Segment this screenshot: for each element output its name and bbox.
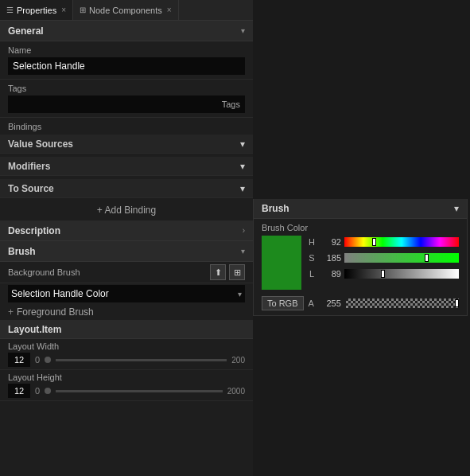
brush-section-header[interactable]: Brush ▾ <box>0 241 253 262</box>
color-picker-dropdown[interactable]: ▾ <box>238 290 242 298</box>
color-swatch <box>262 236 301 290</box>
tags-label: Tags <box>8 84 245 93</box>
tags-button[interactable]: Tags <box>217 99 245 109</box>
sat-gradient <box>344 253 459 263</box>
layout-label: Layout.Item <box>8 324 61 335</box>
tab-properties-close[interactable]: × <box>61 6 66 14</box>
layout-height-input[interactable] <box>8 384 30 398</box>
description-chevron: › <box>243 226 245 235</box>
sliders-container: H 92 S 185 L 89 <box>308 236 459 290</box>
add-binding-button[interactable]: + Add Binding <box>0 200 253 220</box>
value-sources-chevron: ▾ <box>240 139 245 150</box>
tab-node-components[interactable]: ⊞ Node Components × <box>73 0 179 20</box>
bg-brush-label: Background Brush <box>8 267 80 277</box>
brush-panel-title: Brush <box>262 203 289 214</box>
to-source-subsection[interactable]: To Source ▾ <box>0 179 253 198</box>
layout-width-input-row: 0 200 <box>8 353 245 367</box>
value-sources-subsection[interactable]: Value Sources ▾ <box>0 135 253 154</box>
sat-slider-track[interactable] <box>344 253 459 263</box>
layout-width-zero: 0 <box>35 355 40 365</box>
sat-value: 185 <box>319 253 341 263</box>
tags-input-row: Tags <box>8 96 245 113</box>
tags-input[interactable] <box>8 99 217 110</box>
color-name-label: Selection Handle Color <box>11 288 238 299</box>
layout-height-field: Layout Height 0 2000 <box>0 370 253 401</box>
hue-slider-row: H 92 <box>308 236 459 248</box>
layout-height-input-row: 0 2000 <box>8 384 245 398</box>
sat-letter: S <box>308 253 316 263</box>
tab-properties-label: Properties <box>17 6 56 15</box>
layout-width-slider[interactable] <box>56 359 227 361</box>
name-label: Name <box>8 45 245 55</box>
brush-chevron: ▾ <box>241 247 245 256</box>
alpha-letter: A <box>309 298 314 308</box>
layout-height-max: 2000 <box>227 387 245 396</box>
fg-brush-label: Foreground Brush <box>17 306 94 318</box>
layout-height-dot <box>45 388 51 394</box>
sat-slider-row: S 185 <box>308 252 459 264</box>
brush-panel-header[interactable]: Brush ▾ <box>254 199 467 219</box>
layout-width-dot <box>45 357 51 363</box>
hue-gradient <box>344 237 459 247</box>
value-sources-label: Value Sources <box>8 139 73 150</box>
brush-icons: ⬆ ⊞ <box>210 264 245 280</box>
layout-height-zero: 0 <box>35 386 40 396</box>
alpha-thumb[interactable] <box>455 299 459 307</box>
modifiers-chevron: ▾ <box>240 161 245 172</box>
light-letter: L <box>308 269 316 279</box>
hue-slider-track[interactable] <box>344 237 459 247</box>
to-source-chevron: ▾ <box>240 183 245 194</box>
name-input[interactable] <box>8 57 245 75</box>
alpha-slider-track[interactable] <box>346 298 459 308</box>
fg-plus-icon: + <box>8 306 14 318</box>
bindings-label: Bindings <box>0 118 253 133</box>
tab-node-components-label: Node Components <box>89 6 162 15</box>
layout-width-field: Layout Width 0 200 <box>0 339 253 370</box>
brush-label: Brush <box>8 246 36 257</box>
general-section-header[interactable]: General ▾ <box>0 21 253 41</box>
node-components-icon: ⊞ <box>80 6 86 14</box>
background-brush-row: Background Brush ⬆ ⊞ <box>0 262 253 283</box>
light-slider-row: L 89 <box>308 267 459 280</box>
color-picker-row: Selection Handle Color ▾ <box>8 285 245 302</box>
to-source-label: To Source <box>8 183 54 194</box>
hue-thumb[interactable] <box>372 238 376 246</box>
hue-letter: H <box>308 237 316 247</box>
fg-brush-row: + Foreground Brush <box>0 304 253 321</box>
bottom-row: To RGB A 255 <box>254 295 467 315</box>
layout-height-slider[interactable] <box>56 390 223 392</box>
layout-width-input[interactable] <box>8 353 30 367</box>
light-gradient <box>344 269 459 279</box>
description-label: Description <box>8 225 60 236</box>
brush-color-area: H 92 S 185 L 89 <box>254 236 467 295</box>
general-label: General <box>8 25 44 37</box>
brush-grid-button[interactable]: ⊞ <box>229 264 245 280</box>
brush-upload-button[interactable]: ⬆ <box>210 264 226 280</box>
properties-icon: ☰ <box>6 6 14 14</box>
modifiers-label: Modifiers <box>8 161 50 172</box>
light-thumb[interactable] <box>381 270 385 278</box>
light-slider-track[interactable] <box>344 269 459 279</box>
alpha-value: 255 <box>319 298 341 308</box>
layout-section: Layout.Item <box>0 321 253 339</box>
brush-right-panel: Brush ▾ Brush Color H 92 S 185 <box>253 199 468 316</box>
tab-bar: ☰ Properties × ⊞ Node Components × <box>0 0 253 21</box>
tags-field-group: Tags Tags <box>0 80 253 118</box>
to-rgb-button[interactable]: To RGB <box>262 296 304 310</box>
tab-properties[interactable]: ☰ Properties × <box>0 0 73 20</box>
brush-panel-chevron: ▾ <box>454 203 459 214</box>
brush-color-label: Brush Color <box>254 219 467 236</box>
tab-node-components-close[interactable]: × <box>167 6 172 14</box>
hue-value: 92 <box>319 237 341 247</box>
layout-width-max: 200 <box>231 356 245 365</box>
description-section-header[interactable]: Description › <box>0 220 253 241</box>
layout-height-label: Layout Height <box>8 373 245 382</box>
modifiers-subsection[interactable]: Modifiers ▾ <box>0 157 253 176</box>
light-value: 89 <box>319 269 341 279</box>
sat-thumb[interactable] <box>425 254 429 262</box>
properties-panel: ☰ Properties × ⊞ Node Components × Gener… <box>0 0 253 476</box>
general-chevron: ▾ <box>241 26 245 35</box>
name-field-group: Name <box>0 41 253 80</box>
layout-width-label: Layout Width <box>8 341 245 351</box>
